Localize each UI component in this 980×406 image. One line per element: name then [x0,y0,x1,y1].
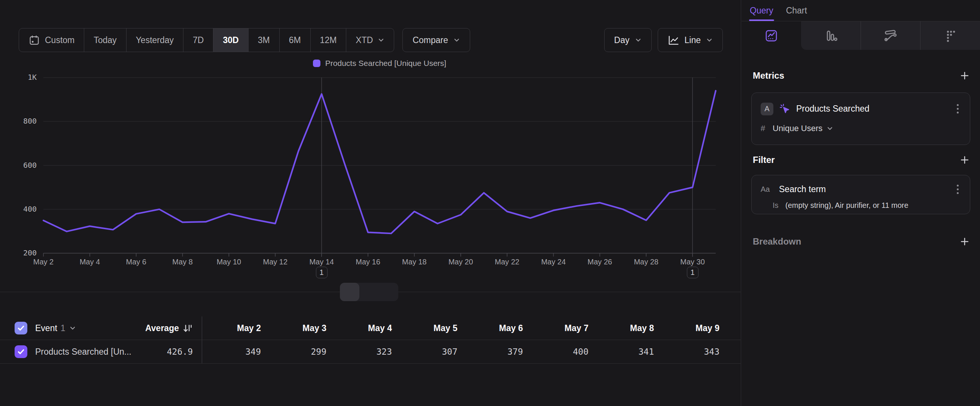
table-date-headers: May 2May 3May 4May 5May 6May 7May 8May 9 [202,317,720,340]
query-panel: QueryChart Metrics A Products Searched #… [741,0,980,406]
average-column-label: Average [145,323,179,333]
x-axis-label: May 6 [114,258,159,266]
filter-section-header: Filter [741,154,980,166]
string-property-icon: Aa [760,185,773,194]
measure-selector[interactable]: Unique Users [773,124,833,133]
table-row: Products Searched [Un... 426.9 349299323… [0,340,741,364]
add-filter-button plus-icon[interactable] [959,154,970,166]
chevron-down-icon [827,125,833,132]
table-date-values: 349299323307379400341343 [202,340,720,363]
add-breakdown-button plus-icon[interactable] [959,236,970,247]
chevron-down-icon[interactable] [69,325,76,331]
date-column-header: May 4 [326,323,392,333]
events-table: Event 1 Average May 2May 3May 4May 5May … [0,317,741,364]
x-axis-label: May 28 [624,258,668,266]
x-axis-label: May 24 [531,258,576,266]
metric-kebab-menu[interactable] [955,102,961,116]
x-axis-label: May 18 [392,258,437,266]
funnels-icon [824,29,838,43]
date-column-header: May 5 [392,323,457,333]
insights-icon [764,29,778,43]
date-column-header: May 9 [654,323,719,333]
date-cell-value: 299 [261,347,326,357]
filter-operator[interactable]: Is [773,201,785,210]
filter-property-name[interactable]: Search term [779,184,826,194]
x-axis-label: May 12 [253,258,298,266]
tab-label: Query [750,6,773,16]
filter-kebab-menu[interactable] [955,182,961,196]
filter-heading: Filter [753,155,775,165]
series-name: Products Searched [Un... [35,347,131,357]
x-axis-label: May 14 [299,258,344,266]
tab-chart[interactable]: Chart [786,0,807,21]
y-axis-label: 200 [0,248,37,257]
active-tab-underline [749,19,774,21]
x-axis-label: May 2 [21,258,66,266]
select-all-checkbox[interactable] [14,322,27,334]
metrics-section-header: Metrics [741,70,980,82]
chart-only-view-button[interactable] [360,283,379,301]
table-only-view-button[interactable] [379,283,398,301]
annotation-marker[interactable]: 1 [316,267,328,278]
panel-tabs: QueryChart [741,0,980,21]
split-view-icon [344,287,355,297]
date-column-header: May 6 [457,323,523,333]
filter-value-row: Is (empty string), Air purifier, or 11 m… [752,201,970,210]
report-tab-retention[interactable] [920,21,980,50]
filter-card-row: Aa Search term [752,182,970,196]
add-metric-button plus-icon[interactable] [959,70,970,81]
metric-measure-row: # Unique Users [752,124,970,133]
x-axis-label: May 30 [670,258,715,266]
y-axis-label: 600 [0,161,37,170]
layout-view-toggle [340,283,398,301]
metric-card-row: A Products Searched [752,102,970,116]
split-view-button[interactable] [340,283,360,301]
measure-prefix: # [760,124,773,133]
date-column-header: May 3 [261,323,326,333]
report-tab-funnels[interactable] [801,21,861,50]
y-axis-label: 800 [0,116,37,126]
series-checkbox[interactable] [14,345,27,358]
series-letter-badge: A [760,103,773,115]
y-axis-label: 1K [0,73,37,82]
y-axis-label: 400 [0,204,37,213]
report-tab-flows[interactable] [861,21,921,50]
metric-card[interactable]: A Products Searched # Unique Users [751,92,970,145]
annotation-marker[interactable]: 1 [687,267,698,278]
date-cell-value: 341 [589,347,654,357]
date-cell-value: 343 [654,347,719,357]
x-axis-label: May 22 [485,258,530,266]
tab-label: Chart [786,6,807,16]
report-type-tabs [741,21,980,50]
table-only-view-icon [383,287,394,297]
check-icon [17,324,25,332]
retention-icon [943,29,957,43]
average-sort[interactable]: Average [145,323,202,333]
metric-event-name[interactable]: Products Searched [796,104,870,114]
flows-icon [883,29,897,43]
x-axis-label: May 20 [438,258,483,266]
table-header-left: Event 1 Average [0,317,202,340]
date-column-header: May 2 [202,323,261,333]
breakdown-heading: Breakdown [753,236,801,247]
date-cell-value: 307 [392,347,457,357]
sort-descending-icon [183,323,193,333]
series-average: 426.9 [167,347,202,357]
report-tab-insights[interactable] [741,21,801,50]
date-cell-value: 379 [457,347,523,357]
x-axis-label: May 8 [160,258,205,266]
filter-card[interactable]: Aa Search term Is (empty string), Air pu… [751,175,970,214]
date-column-header: May 8 [589,323,654,333]
chart-only-view-icon [364,287,374,297]
main-content: CustomTodayYesterday7D30D3M6M12MXTD Comp… [0,0,741,406]
date-cell-value: 323 [326,347,392,357]
event-count: 1 [60,323,65,333]
x-axis-label: May 26 [577,258,622,266]
event-cursor-icon [779,103,791,115]
tab-query[interactable]: Query [750,0,773,21]
line-chart [0,0,741,285]
table-row-left: Products Searched [Un... 426.9 [0,340,202,363]
x-axis-label: May 4 [67,258,112,266]
filter-value[interactable]: (empty string), Air purifier, or 11 more [785,201,908,210]
event-column-label[interactable]: Event [35,323,57,333]
